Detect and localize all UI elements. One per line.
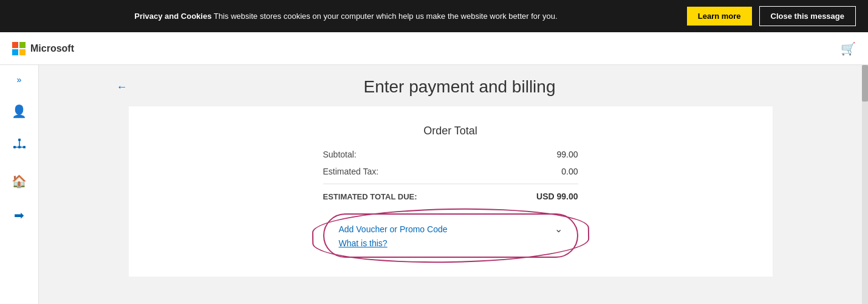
home-icon[interactable]: 🏠 — [8, 170, 30, 192]
cookie-banner-text: Privacy and Cookies This website stores … — [12, 12, 680, 21]
cookie-banner-bold: Privacy and Cookies — [134, 12, 211, 21]
close-message-button[interactable]: Close this message — [759, 6, 856, 26]
ms-logo-text: Microsoft — [30, 43, 74, 54]
scrollbar[interactable] — [862, 65, 868, 304]
ms-logo-yellow — [19, 49, 26, 55]
network-icon[interactable] — [9, 134, 30, 158]
ms-logo-green — [19, 42, 26, 48]
ms-logo-blue — [12, 49, 18, 55]
subtotal-label: Subtotal: — [323, 150, 357, 159]
chevron-down-icon: ⌄ — [555, 223, 562, 235]
main-content: ← Enter payment and billing Order Total … — [39, 65, 862, 304]
what-is-this-link[interactable]: What is this? — [339, 238, 562, 248]
sidebar-expand-button[interactable]: » — [13, 71, 26, 88]
voucher-box: Add Voucher or Promo Code ⌄ What is this… — [323, 213, 578, 258]
ms-logo-red — [12, 42, 18, 48]
add-voucher-link[interactable]: Add Voucher or Promo Code — [339, 224, 448, 234]
tax-value: 0.00 — [561, 167, 578, 176]
microsoft-logo: Microsoft — [12, 42, 74, 55]
ms-logo-squares — [12, 42, 26, 55]
layout: » 👤 🏠 ➡ ← Enter payment and billing Orde… — [0, 65, 868, 304]
back-button[interactable]: ← — [117, 81, 128, 94]
tax-row: Estimated Tax: 0.00 — [323, 167, 578, 176]
order-total-title: Order Total — [153, 125, 748, 137]
cookie-banner-regular: This website stores cookies on your comp… — [214, 12, 558, 21]
tax-label: Estimated Tax: — [323, 167, 379, 176]
billing-card: Order Total Subtotal: 99.00 Estimated Ta… — [129, 106, 773, 277]
voucher-section: Add Voucher or Promo Code ⌄ What is this… — [323, 213, 578, 258]
learn-more-button[interactable]: Learn more — [687, 7, 752, 26]
subtotal-value: 99.00 — [556, 150, 578, 159]
page-title: Enter payment and billing — [135, 77, 785, 97]
cookie-banner: Privacy and Cookies This website stores … — [0, 0, 868, 32]
voucher-row: Add Voucher or Promo Code ⌄ — [339, 223, 562, 235]
total-row: ESTIMATED TOTAL DUE: USD 99.00 — [323, 184, 578, 201]
total-label: ESTIMATED TOTAL DUE: — [323, 192, 417, 201]
subtotal-row: Subtotal: 99.00 — [323, 150, 578, 159]
page-header-row: ← Enter payment and billing — [117, 77, 785, 97]
sidebar: » 👤 🏠 ➡ — [0, 65, 39, 304]
header: Microsoft 🛒 — [0, 32, 868, 65]
total-value: USD 99.00 — [536, 192, 578, 201]
person-icon[interactable]: 👤 — [8, 100, 30, 122]
scrollbar-thumb[interactable] — [862, 65, 868, 102]
arrow-right-icon[interactable]: ➡ — [10, 204, 28, 226]
cart-icon[interactable]: 🛒 — [841, 41, 856, 56]
svg-rect-0 — [18, 139, 21, 141]
